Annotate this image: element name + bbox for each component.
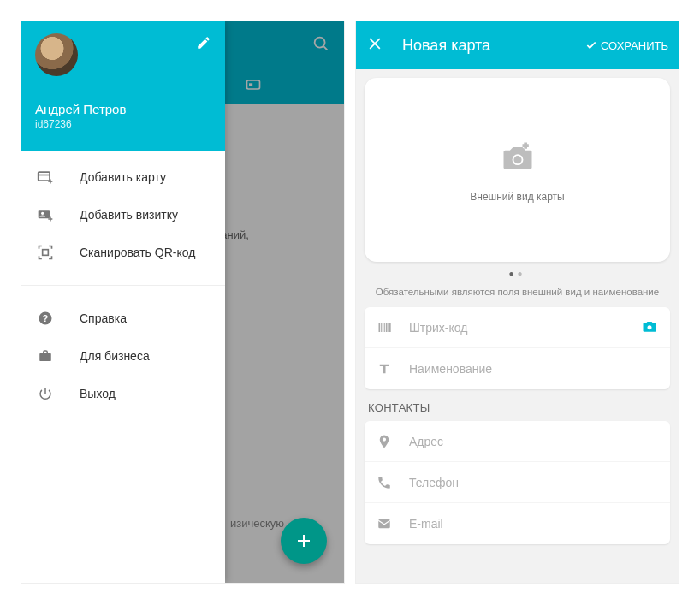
location-icon [377, 434, 395, 449]
screen-new-card: Новая карта СОХРАНИТЬ Внешний вид карты … [355, 21, 679, 584]
menu-label: Выход [80, 387, 116, 400]
svg-rect-24 [386, 323, 388, 332]
phone-icon [377, 475, 395, 490]
avatar[interactable] [35, 33, 78, 76]
card-plus-icon [35, 169, 56, 186]
hint-text: Обязательными являются поля внешний вид … [365, 287, 670, 297]
save-button[interactable]: СОХРАНИТЬ [585, 39, 668, 52]
help-icon: ? [35, 311, 56, 326]
svg-rect-26 [389, 323, 391, 332]
svg-rect-10 [43, 250, 49, 256]
menu-label: Сканировать QR-код [80, 246, 195, 259]
svg-point-9 [41, 212, 44, 215]
divider [21, 285, 225, 286]
menu-secondary: ? Справка Для бизнеса Выход [21, 293, 225, 419]
menu-label: Добавить визитку [80, 208, 178, 222]
fields-main: Штрих-код Наименование [365, 307, 670, 389]
svg-rect-8 [39, 210, 50, 218]
nav-drawer: Андрей Петров id67236 Добавить карту Доб… [21, 21, 225, 583]
menu-business[interactable]: Для бизнеса [21, 337, 225, 375]
preview-label: Внешний вид карты [470, 191, 564, 203]
edit-icon[interactable] [196, 35, 211, 54]
svg-rect-20 [379, 323, 381, 332]
menu-add-contact[interactable]: Добавить визитку [21, 196, 225, 234]
drawer-header: Андрей Петров id67236 [21, 21, 225, 151]
menu-label: Справка [80, 311, 127, 325]
field-placeholder: Наименование [409, 362, 658, 376]
menu-logout[interactable]: Выход [21, 375, 225, 412]
svg-rect-22 [383, 323, 384, 332]
camera-plus-icon [499, 138, 537, 179]
svg-rect-28 [378, 519, 390, 529]
fields-contacts: Адрес Телефон E-mail [365, 421, 670, 544]
close-icon[interactable] [366, 35, 383, 56]
menu-label: Для бизнеса [80, 349, 150, 363]
svg-text:?: ? [43, 313, 48, 323]
menu-scan-qr[interactable]: Сканировать QR-код [21, 234, 225, 271]
menu-help[interactable]: ? Справка [21, 300, 225, 337]
screen-drawer: но получить от компаний, жение iDiscount… [21, 21, 345, 584]
address-field[interactable]: Адрес [365, 421, 670, 462]
appbar: Новая карта СОХРАНИТЬ [356, 21, 679, 69]
email-icon [377, 516, 395, 531]
power-icon [35, 386, 56, 401]
svg-rect-13 [39, 353, 51, 361]
svg-point-19 [513, 156, 521, 163]
save-label: СОХРАНИТЬ [601, 39, 668, 52]
svg-point-27 [648, 325, 652, 329]
barcode-field[interactable]: Штрих-код [365, 307, 670, 348]
svg-rect-23 [384, 323, 385, 332]
briefcase-icon [35, 348, 56, 364]
contacts-label: КОНТАКТЫ [368, 401, 667, 414]
user-name: Андрей Петров [35, 102, 211, 116]
name-field[interactable]: Наименование [365, 348, 670, 389]
email-field[interactable]: E-mail [365, 503, 670, 544]
card-preview[interactable]: Внешний вид карты [365, 78, 670, 262]
phone-field[interactable]: Телефон [365, 462, 670, 503]
field-placeholder: Адрес [409, 435, 658, 448]
svg-rect-21 [381, 323, 382, 332]
barcode-icon [377, 319, 395, 336]
menu-add-card[interactable]: Добавить карту [21, 158, 225, 196]
svg-rect-4 [39, 172, 50, 181]
page-dots: ●● [365, 269, 670, 278]
user-id: id67236 [35, 118, 211, 130]
field-placeholder: Телефон [409, 476, 658, 489]
svg-rect-25 [388, 323, 389, 332]
menu-label: Добавить карту [80, 170, 166, 184]
qr-scan-icon [35, 244, 56, 261]
field-placeholder: Штрих-код [409, 321, 641, 335]
camera-icon[interactable] [641, 317, 658, 338]
contact-plus-icon [35, 206, 56, 223]
field-placeholder: E-mail [409, 517, 658, 531]
text-icon [377, 361, 395, 377]
menu-primary: Добавить карту Добавить визитку Сканиров… [21, 151, 225, 278]
fab-add[interactable] [281, 518, 327, 564]
page-title: Новая карта [402, 37, 585, 55]
